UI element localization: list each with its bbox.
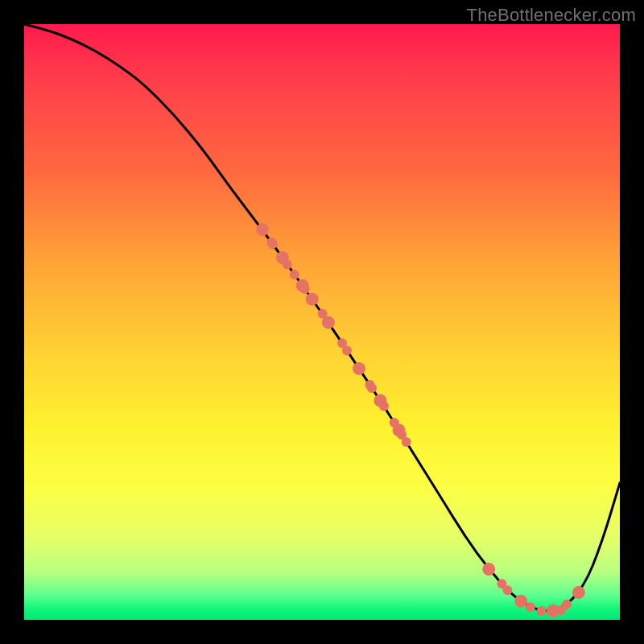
data-point (397, 430, 407, 440)
data-point (526, 602, 535, 612)
data-point (306, 293, 319, 306)
data-point (572, 586, 585, 599)
watermark-text: TheBottlenecker.com (467, 5, 636, 26)
data-point (514, 595, 527, 608)
data-point (299, 283, 308, 292)
data-point (266, 237, 276, 247)
data-point (353, 362, 365, 375)
data-point (290, 270, 299, 279)
data-point (537, 606, 547, 616)
chart-frame (24, 24, 620, 620)
data-point-dots (256, 223, 585, 617)
data-point (379, 402, 389, 411)
data-point (256, 223, 269, 236)
data-point (502, 585, 512, 595)
chart-svg (24, 24, 620, 620)
data-point (562, 600, 572, 609)
data-point (482, 563, 495, 576)
data-point (342, 345, 352, 355)
data-point (283, 259, 292, 269)
data-point (367, 383, 377, 393)
data-point (322, 316, 335, 329)
